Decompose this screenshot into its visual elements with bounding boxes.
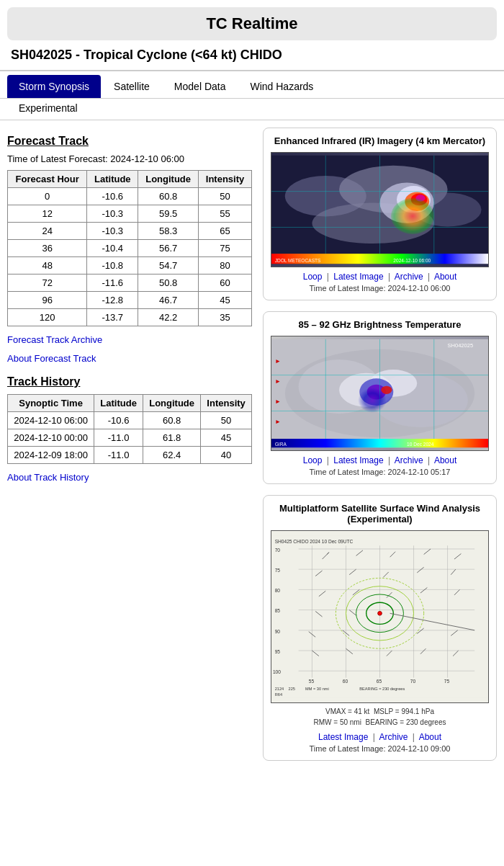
wind-latest-link[interactable]: Latest Image <box>318 732 368 742</box>
about-track-history-link[interactable]: About Track History <box>7 472 89 483</box>
svg-text:10 Dec 2024: 10 Dec 2024 <box>407 442 434 447</box>
mw-time: Time of Latest Image: 2024-12-10 05:17 <box>271 468 489 476</box>
forecast-table-row: 36-10.456.775 <box>8 240 252 257</box>
svg-point-25 <box>367 385 386 400</box>
wind-archive-link[interactable]: Archive <box>379 732 408 742</box>
svg-text:90: 90 <box>275 629 281 634</box>
svg-text:GIRA: GIRA <box>275 442 287 447</box>
svg-text:►: ► <box>275 357 281 365</box>
tab-experimental[interactable]: Experimental <box>7 99 89 120</box>
microwave-card: 85 – 92 GHz Brightness Temperature <box>263 311 497 484</box>
ir-time: Time of Latest Image: 2024-12-10 06:00 <box>271 284 489 293</box>
ir-about-link[interactable]: About <box>434 272 456 282</box>
ir-links: Loop | Latest Image | Archive | About <box>271 272 489 282</box>
svg-text:2124: 2124 <box>275 687 284 691</box>
storm-title: SH042025 - Tropical Cyclone (<64 kt) CHI… <box>0 40 504 71</box>
svg-text:60: 60 <box>343 679 348 684</box>
svg-text:BEARING = 230 degrees: BEARING = 230 degrees <box>359 687 405 691</box>
svg-point-4 <box>312 203 433 244</box>
forecast-table-row: 72-11.650.860 <box>8 274 252 292</box>
col-longitude: Longitude <box>138 171 199 188</box>
ir-imagery-image: JDOL METEOCASTS 2024-12-10 06:00 <box>271 152 489 267</box>
wind-time: Time of Latest Image: 2024-12-10 09:00 <box>271 744 489 753</box>
tab-model-data[interactable]: Model Data <box>163 75 238 98</box>
col-track-latitude: Latitude <box>94 395 143 412</box>
about-forecast-link[interactable]: About Forecast Track <box>7 353 96 364</box>
ir-imagery-card: Enhanced Infrared (IR) Imagery (4 km Mer… <box>263 128 497 300</box>
svg-text:2024-12-10 06:00: 2024-12-10 06:00 <box>393 258 431 263</box>
track-history-title: Track History <box>7 375 252 388</box>
svg-rect-36 <box>271 439 488 447</box>
svg-text:SH042025: SH042025 <box>448 342 474 349</box>
col-intensity: Intensity <box>199 171 252 188</box>
track-table-row: 2024-12-10 06:00-10.660.850 <box>8 412 252 429</box>
forecast-time: Time of Latest Forecast: 2024-12-10 06:0… <box>7 153 252 164</box>
ir-latest-link[interactable]: Latest Image <box>333 272 383 282</box>
svg-text:►: ► <box>275 418 281 425</box>
forecast-table-row: 120-13.742.235 <box>8 309 252 326</box>
tab-bar: Storm Synopsis Satellite Model Data Wind… <box>0 71 504 99</box>
right-panel: Enhanced Infrared (IR) Imagery (4 km Mer… <box>263 128 497 761</box>
wind-analysis-card: Multiplatform Satellite Surface Wind Ana… <box>263 495 497 761</box>
forecast-archive-link-row: Forecast Track Archive <box>7 334 252 345</box>
forecast-table-row: 12-10.359.555 <box>8 205 252 223</box>
svg-text:85: 85 <box>275 608 281 613</box>
svg-text:55: 55 <box>309 679 315 684</box>
wind-footer: VMAX = 41 kt MSLP = 994.1 hPaRMW = 50 nm… <box>271 706 489 728</box>
mw-loop-link[interactable]: Loop <box>303 455 323 465</box>
forecast-table-row: 0-10.660.850 <box>8 188 252 205</box>
col-synoptic-time: Synoptic Time <box>8 395 94 412</box>
svg-text:70: 70 <box>410 679 416 684</box>
svg-text:75: 75 <box>444 679 450 684</box>
svg-text:75: 75 <box>275 568 281 573</box>
forecast-table: Forecast Hour Latitude Longitude Intensi… <box>7 170 252 326</box>
track-history-table: Synoptic Time Latitude Longitude Intensi… <box>7 394 252 464</box>
svg-point-9 <box>415 195 425 201</box>
left-panel: Forecast Track Time of Latest Forecast: … <box>7 128 252 761</box>
wind-analysis-image: SH0425 CHIDO 2024 10 Dec 09UTC <box>271 530 489 703</box>
svg-text:►: ► <box>275 398 281 405</box>
col-track-longitude: Longitude <box>143 395 201 412</box>
tab-satellite[interactable]: Satellite <box>102 75 161 98</box>
svg-text:95: 95 <box>275 649 281 654</box>
mw-links: Loop | Latest Image | Archive | About <box>271 455 489 465</box>
tab-storm-synopsis[interactable]: Storm Synopsis <box>7 75 101 98</box>
svg-text:MM = 30 nmi: MM = 30 nmi <box>305 687 329 691</box>
svg-text:100: 100 <box>273 669 281 674</box>
svg-text:225: 225 <box>289 687 295 691</box>
ir-archive-link[interactable]: Archive <box>395 272 423 282</box>
svg-text:80: 80 <box>275 588 281 593</box>
track-table-row: 2024-12-09 18:00-11.062.440 <box>8 447 252 464</box>
about-track-history-link-row: About Track History <box>7 471 252 483</box>
forecast-track-title: Forecast Track <box>7 135 252 148</box>
col-latitude: Latitude <box>87 171 138 188</box>
app-title: TC Realtime <box>7 7 497 40</box>
track-table-row: 2024-12-10 00:00-11.061.845 <box>8 429 252 447</box>
forecast-table-row: 48-10.854.780 <box>8 257 252 274</box>
microwave-title: 85 – 92 GHz Brightness Temperature <box>271 319 489 330</box>
mw-about-link[interactable]: About <box>434 455 456 465</box>
svg-text:R64: R64 <box>275 692 282 697</box>
svg-text:70: 70 <box>275 548 281 553</box>
wind-about-link[interactable]: About <box>419 732 441 742</box>
main-content: Forecast Track Time of Latest Forecast: … <box>0 120 504 768</box>
ir-loop-link[interactable]: Loop <box>303 272 323 282</box>
svg-text:►: ► <box>275 378 281 385</box>
forecast-table-row: 24-10.358.365 <box>8 223 252 240</box>
mw-latest-link[interactable]: Latest Image <box>333 455 383 465</box>
col-forecast-hour: Forecast Hour <box>8 171 87 188</box>
forecast-table-row: 96-12.846.745 <box>8 292 252 309</box>
microwave-image: ► ► ► ► GIRA <box>271 336 489 451</box>
col-track-intensity: Intensity <box>201 395 252 412</box>
tab-wind-hazards[interactable]: Wind Hazards <box>238 75 325 98</box>
wind-links: Latest Image | Archive | About <box>271 732 489 742</box>
svg-text:JDOL METEOCASTS: JDOL METEOCASTS <box>275 258 321 263</box>
about-forecast-link-row: About Forecast Track <box>7 352 252 364</box>
svg-point-26 <box>381 386 392 394</box>
svg-point-84 <box>378 611 382 615</box>
mw-archive-link[interactable]: Archive <box>395 455 423 465</box>
svg-text:SH0425    CHIDO  2024  10 Dec : SH0425 CHIDO 2024 10 Dec 09UTC <box>275 539 354 544</box>
wind-analysis-title: Multiplatform Satellite Surface Wind Ana… <box>271 503 489 524</box>
ir-imagery-title: Enhanced Infrared (IR) Imagery (4 km Mer… <box>271 135 489 146</box>
forecast-archive-link[interactable]: Forecast Track Archive <box>7 334 102 345</box>
